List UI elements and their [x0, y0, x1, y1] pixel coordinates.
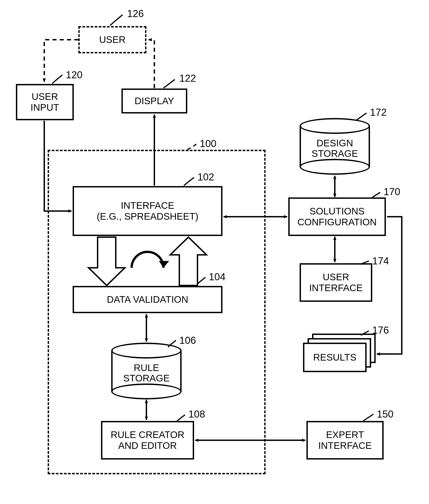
expert-interface-box: EXPERT INTERFACE: [306, 421, 384, 460]
results-label: RESULTS: [313, 352, 357, 363]
ref-174: 174: [372, 255, 389, 267]
display-label: DISPLAY: [134, 96, 174, 106]
ref-106: 106: [179, 335, 196, 346]
display-box: DISPLAY: [121, 88, 187, 114]
data-validation-label: DATA VALIDATION: [107, 294, 188, 305]
rule-storage-cylinder: RULE STORAGE: [111, 343, 182, 399]
user-interface-2-label: USER INTERFACE: [309, 272, 363, 294]
interface-box: INTERFACE (E.G., SPREADSHEET): [73, 186, 223, 236]
ref-102: 102: [197, 171, 214, 183]
ref-170: 170: [384, 186, 400, 197]
results-stack: RESULTS: [303, 334, 376, 372]
ref-120: 120: [66, 69, 82, 80]
user-input-box: USER INPUT: [16, 84, 74, 120]
expert-interface-label: EXPERT INTERFACE: [318, 429, 372, 451]
solutions-config-label: SOLUTIONS CONFIGURATION: [297, 206, 376, 228]
ref-126: 126: [127, 8, 144, 19]
rule-storage-label: RULE STORAGE: [111, 363, 182, 383]
ref-176: 176: [372, 325, 389, 336]
ref-150: 150: [377, 408, 393, 420]
ref-172: 172: [370, 107, 386, 118]
user-interface-2-box: USER INTERFACE: [300, 263, 372, 302]
user-label: USER: [99, 34, 126, 45]
ref-122: 122: [179, 73, 196, 84]
design-storage-cylinder: DESIGN STORAGE: [300, 118, 370, 175]
data-validation-box: DATA VALIDATION: [73, 286, 223, 313]
ref-108: 108: [188, 408, 205, 420]
ref-100: 100: [200, 138, 216, 149]
design-storage-label: DESIGN STORAGE: [300, 138, 370, 159]
ref-104: 104: [209, 271, 225, 283]
interface-label: INTERFACE (E.G., SPREADSHEET): [97, 200, 198, 222]
user-input-label: USER INPUT: [31, 91, 59, 113]
diagram-canvas: 100 USER 126 USER INPUT 120 DISPLAY 122 …: [0, 0, 429, 504]
user-box: USER: [78, 26, 146, 53]
rule-creator-box: RULE CREATOR AND EDITOR: [101, 421, 194, 460]
solutions-config-box: SOLUTIONS CONFIGURATION: [288, 197, 386, 236]
rule-creator-label: RULE CREATOR AND EDITOR: [111, 429, 184, 451]
